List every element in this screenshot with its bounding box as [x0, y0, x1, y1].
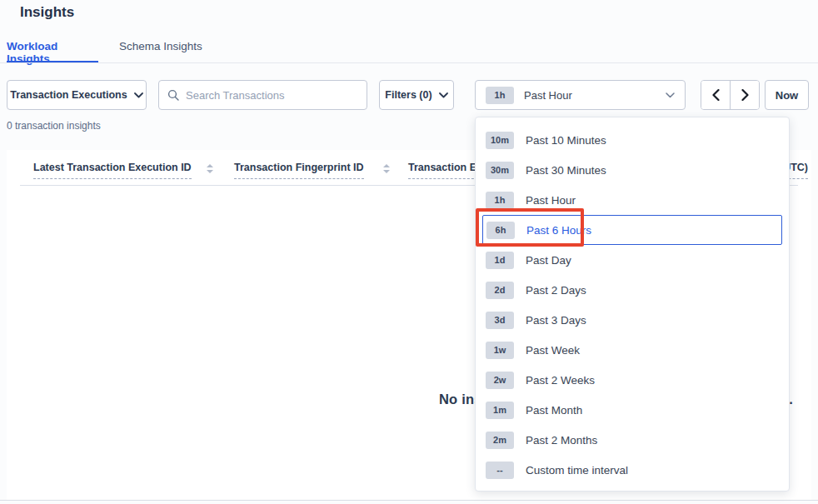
option-label: Past 2 Days [526, 284, 586, 297]
chevron-right-icon [741, 89, 749, 101]
option-badge: 1h [486, 192, 514, 209]
option-badge: -- [486, 462, 514, 479]
option-badge: 30m [486, 162, 514, 179]
time-interval-dropdown-menu: 10m Past 10 Minutes 30m Past 30 Minutes … [475, 117, 790, 492]
page-title: Insights [20, 4, 74, 21]
option-badge: 6h [486, 222, 515, 239]
chevron-left-icon [712, 89, 720, 101]
option-past-2-months[interactable]: 2m Past 2 Months [476, 425, 789, 455]
chevron-down-icon [666, 92, 675, 98]
type-selector-label: Transaction Executions [10, 89, 127, 101]
column-header-latest-transaction-execution-id[interactable]: Latest Transaction Execution ID [33, 162, 192, 179]
search-icon [167, 89, 179, 101]
option-past-2-weeks[interactable]: 2w Past 2 Weeks [476, 365, 789, 395]
search-box [158, 80, 367, 110]
option-past-10-minutes[interactable]: 10m Past 10 Minutes [476, 125, 789, 155]
type-selector-dropdown[interactable]: Transaction Executions [7, 80, 147, 110]
chevron-down-icon [439, 92, 448, 98]
chevron-down-icon [134, 92, 143, 98]
option-label: Past Hour [526, 194, 576, 207]
option-past-30-minutes[interactable]: 30m Past 30 Minutes [476, 155, 789, 185]
option-past-3-days[interactable]: 3d Past 3 Days [476, 305, 789, 335]
option-past-6-hours[interactable]: 6h Past 6 Hours [482, 215, 782, 245]
option-badge: 1d [486, 252, 514, 269]
next-time-window-button[interactable] [730, 81, 759, 109]
option-past-month[interactable]: 1m Past Month [476, 395, 789, 425]
time-interval-label: Past Hour [524, 89, 572, 102]
now-button[interactable]: Now [765, 80, 809, 110]
option-badge: 2m [486, 432, 514, 449]
option-past-2-days[interactable]: 2d Past 2 Days [476, 275, 789, 305]
time-interval-trigger[interactable]: 1h Past Hour [475, 80, 686, 110]
sort-carets-icon[interactable] [383, 164, 390, 173]
page-bottom-divider [0, 500, 818, 501]
option-label: Past Week [526, 344, 580, 357]
option-label: Past 10 Minutes [526, 134, 606, 147]
tab-schema-insights[interactable]: Schema Insights [119, 40, 202, 63]
sort-carets-icon[interactable] [207, 164, 213, 173]
tabs-divider [0, 62, 818, 63]
insights-page: Insights Workload Insights Schema Insigh… [0, 0, 818, 504]
option-badge: 10m [486, 132, 514, 149]
option-label: Past 2 Months [526, 434, 597, 447]
option-label: Past 2 Weeks [526, 374, 595, 387]
option-custom-time-interval[interactable]: -- Custom time interval [476, 455, 789, 485]
option-label: Past 3 Days [526, 314, 586, 327]
previous-time-window-button[interactable] [701, 81, 730, 109]
option-label: Custom time interval [526, 464, 628, 477]
option-label: Past Day [526, 254, 571, 267]
time-window-arrows [701, 80, 760, 110]
option-badge: 1m [486, 402, 514, 419]
option-label: Past 6 Hours [526, 224, 591, 237]
tab-schema-insights-label: Schema Insights [119, 40, 202, 52]
option-label: Past Month [526, 404, 582, 417]
column-header-transaction-execution[interactable]: Transaction Ex [408, 162, 482, 179]
option-badge: 3d [486, 312, 514, 329]
option-past-week[interactable]: 1w Past Week [476, 335, 789, 365]
now-button-label: Now [776, 89, 798, 102]
search-input[interactable] [186, 89, 358, 102]
option-badge: 1w [486, 342, 514, 359]
insights-count: 0 transaction insights [7, 120, 101, 132]
option-past-hour[interactable]: 1h Past Hour [476, 185, 789, 215]
option-badge: 2w [486, 372, 514, 389]
filters-label: Filters (0) [385, 89, 431, 101]
tab-workload-insights-label: Workload Insights [7, 40, 97, 65]
option-past-day[interactable]: 1d Past Day [476, 245, 789, 275]
filters-button[interactable]: Filters (0) [379, 80, 454, 110]
time-interval-badge: 1h [486, 87, 514, 104]
tab-workload-insights[interactable]: Workload Insights [7, 40, 98, 62]
column-header-transaction-fingerprint-id[interactable]: Transaction Fingerprint ID [234, 162, 364, 179]
option-label: Past 30 Minutes [526, 164, 606, 177]
option-badge: 2d [486, 282, 514, 299]
